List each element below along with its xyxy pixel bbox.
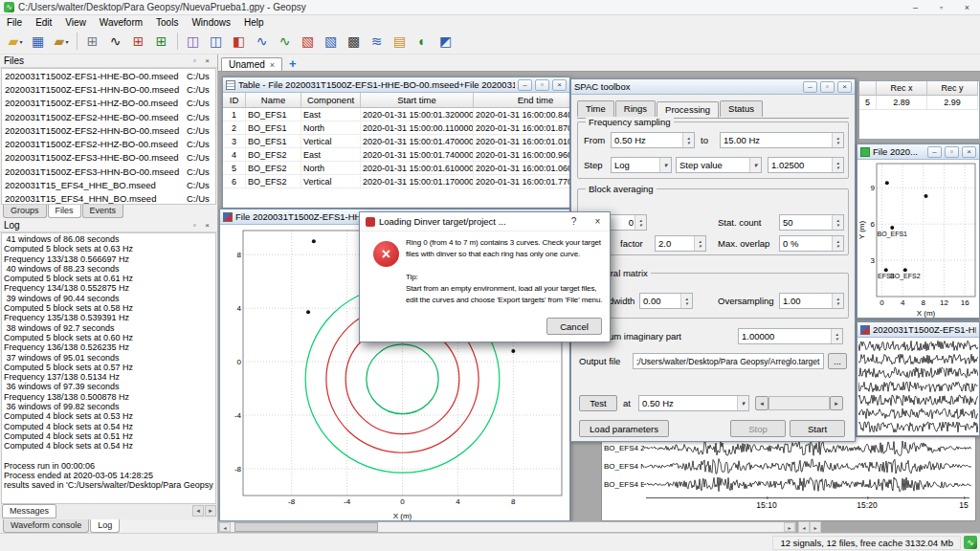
maximize-icon[interactable]: ▫ [535, 79, 549, 91]
new-tab-button[interactable]: + [282, 56, 303, 71]
bandwidth-spinner[interactable]: 0.00 [639, 293, 693, 309]
cancel-button[interactable]: Cancel [546, 318, 602, 335]
tab-status[interactable]: Status [720, 100, 763, 117]
stop-button[interactable]: Stop [730, 420, 786, 437]
table-header[interactable]: ID Name Component Start time End time [223, 93, 569, 108]
scroll-left-icon[interactable]: ◂ [755, 396, 768, 410]
receivers-table[interactable]: Rec x Rec y 5 2.89 2.99 [858, 80, 980, 140]
station-map-plot[interactable]: 0481216369BO_EFS1EFS3BO_EFS2X (m)Y (m) [858, 160, 979, 318]
receivers-table-header[interactable]: Rec x Rec y [859, 81, 979, 96]
scroll-left-icon[interactable] [219, 522, 231, 532]
file-row[interactable]: 2020031T1500Z-EFS3-HHN-BO-00.mseed C:/Us [2, 165, 215, 178]
tab-rings[interactable]: Rings [615, 100, 656, 117]
graphic-viewer-icon[interactable]: ∿ [104, 31, 127, 52]
tab-files[interactable]: Files [48, 205, 81, 218]
close-icon[interactable]: × [552, 79, 567, 91]
imaginary-part-spinner[interactable]: 1.00000 [738, 328, 843, 344]
map-window-titlebar[interactable]: File 2020... – ▫ × [858, 144, 979, 160]
seismogram-titlebar[interactable]: 2020031T1500Z-EFS1-HHN-B [858, 322, 979, 338]
browse-button[interactable]: ... [828, 353, 847, 369]
test-scrollbar[interactable] [768, 396, 830, 410]
signal-green-icon[interactable]: ∿ [274, 31, 297, 52]
file-row[interactable]: 2020031T1500Z-EFS2-HHZ-BO-00.mseed C:/Us [2, 137, 215, 150]
help-icon[interactable]: ? [564, 213, 584, 230]
file-row[interactable]: 2020031T1500Z-EFS1-HHZ-BO-00.mseed C:/Us [2, 97, 215, 110]
scroll-right-icon[interactable] [784, 522, 795, 532]
freq-to-spinner[interactable]: 15.00 Hz [720, 132, 844, 148]
tab-close-icon[interactable]: × [270, 60, 275, 70]
minimize-icon[interactable]: – [927, 146, 942, 158]
files-panel-header[interactable]: Files ▫ × [0, 55, 217, 68]
menu-item[interactable]: File [0, 15, 29, 29]
menu-item[interactable]: Waveform [93, 15, 149, 29]
close-icon[interactable]: × [588, 213, 608, 230]
seismogram-trace[interactable] [644, 476, 971, 493]
minimize-icon[interactable]: – [518, 79, 532, 91]
table-green-icon[interactable]: ⊞ [150, 31, 173, 52]
trace-row[interactable]: BO_EFS4 E [602, 475, 975, 494]
import-signals-icon[interactable]: ▰▾ [50, 31, 73, 52]
signal-traces-panel[interactable]: BO_EFS4 Z BO_EFS4 N BO_EFS4 E [601, 436, 976, 521]
table-window[interactable]: Table - File 2020031T1500Z-EFS1-HHE-BO-0… [222, 77, 570, 209]
dinver-warning-dialog[interactable]: Loading Dinver target/project ... ? × Ri… [359, 211, 611, 342]
seismogram-trace[interactable] [644, 440, 971, 456]
tab-events[interactable]: Events [82, 205, 124, 218]
table-row[interactable]: 4 BO_EFS2 East 2020-01-31 15:00:01.74000… [223, 148, 569, 162]
tab-messages[interactable]: Messages [2, 504, 56, 518]
array-tool-icon[interactable]: ▩ [343, 31, 366, 52]
signal-viewer-icon[interactable]: ∿ [251, 31, 274, 52]
menu-item[interactable]: View [58, 15, 93, 29]
tab-waveform-console[interactable]: Waveform console [3, 519, 89, 533]
menu-item[interactable]: Help [237, 15, 271, 29]
tab-log[interactable]: Log [90, 519, 120, 533]
receiver-row[interactable]: 5 2.89 2.99 [859, 96, 979, 110]
signal-table[interactable]: 1 BO_EFS1 East 2020-01-31 15:00:01.32000… [223, 108, 569, 188]
table-row[interactable]: 1 BO_EFS1 East 2020-01-31 15:00:01.32000… [223, 108, 569, 121]
map-window[interactable]: File 2020... – ▫ × 0481216369BO_EFS1EFS3… [857, 143, 980, 319]
file-row[interactable]: 2020031T1500Z-EFS2-HHN-BO-00.mseed C:/Us [2, 123, 215, 137]
seismogram-trace[interactable] [644, 458, 971, 474]
dialog-titlebar[interactable]: Loading Dinver target/project ... ? × [360, 212, 610, 231]
hv-tool-icon[interactable]: ▤ [389, 31, 412, 52]
map-viewer-icon[interactable]: ◫ [205, 31, 228, 52]
spac-titlebar[interactable]: SPAC toolbox – ▫ × [571, 79, 855, 95]
trace-row[interactable]: BO_EFS4 N [602, 457, 975, 475]
horizontal-scrollbar[interactable] [218, 521, 796, 533]
workspace-tab[interactable]: Unamed × [221, 57, 282, 71]
next-icon[interactable] [810, 521, 821, 533]
menu-item[interactable]: Windows [185, 15, 237, 29]
minimize-icon[interactable]: – [803, 81, 817, 93]
table-window-titlebar[interactable]: Table - File 2020031T1500Z-EFS1-HHE-BO-0… [223, 77, 569, 93]
load-parameters-button[interactable]: Load parameters [579, 420, 669, 437]
start-button[interactable]: Start [790, 420, 845, 437]
menu-item[interactable]: Tools [149, 15, 185, 29]
minimize-button[interactable]: – [902, 0, 928, 14]
freq-from-spinner[interactable]: 0.50 Hz [611, 132, 695, 148]
output-file-field[interactable]: ;/Users/walter/Desktop/Para Geopsy/Arreg… [633, 353, 824, 369]
close-icon[interactable]: × [201, 56, 213, 65]
maximize-button[interactable]: ▫ [928, 0, 954, 14]
tool-blue-icon[interactable]: ▧ [320, 31, 343, 52]
step-type-select[interactable]: Log [611, 157, 672, 173]
seismogram-window[interactable]: 2020031T1500Z-EFS1-HHN-B [857, 321, 980, 436]
spectrum-tool-icon[interactable]: ≋ [366, 31, 389, 52]
tab-scroll-left-icon[interactable] [192, 505, 204, 517]
title-bar[interactable]: C:/Users/walter/Desktop/Para Geopsy/Nuev… [0, 0, 980, 15]
scroll-right-icon[interactable]: ▸ [830, 396, 843, 410]
close-icon[interactable]: × [962, 146, 976, 158]
spac-toolbox-window[interactable]: SPAC toolbox – ▫ × Time Rings Processing… [570, 78, 856, 442]
table-row[interactable]: 3 BO_EFS1 Vertical 2020-01-31 15:00:01.4… [223, 135, 569, 148]
menu-item[interactable]: Edit [29, 15, 58, 29]
oversampling-spinner[interactable]: 1.00 [779, 293, 844, 309]
log-output[interactable]: 41 windows of 86.08 secondsComputed 5 bl… [1, 232, 216, 504]
close-icon[interactable]: × [837, 81, 852, 93]
table-row[interactable]: 2 BO_EFS1 North 2020-01-31 15:00:00.1100… [223, 121, 569, 135]
open-icon[interactable]: ▰▾ [4, 31, 27, 52]
files-list[interactable]: 2020031T1500Z-EFS1-HHE-BO-00.mseed C:/Us… [1, 68, 216, 205]
test-button[interactable]: Test [579, 395, 617, 411]
maximize-icon[interactable]: ▫ [820, 81, 835, 93]
file-row[interactable]: 2020031T1500Z-EFS3-HHE-BO-00.mseed C:/Us [2, 151, 215, 165]
scrollbar-thumb[interactable] [234, 522, 378, 532]
tool-red-icon[interactable]: ▧ [297, 31, 320, 52]
maximize-icon[interactable]: ▫ [945, 146, 959, 158]
